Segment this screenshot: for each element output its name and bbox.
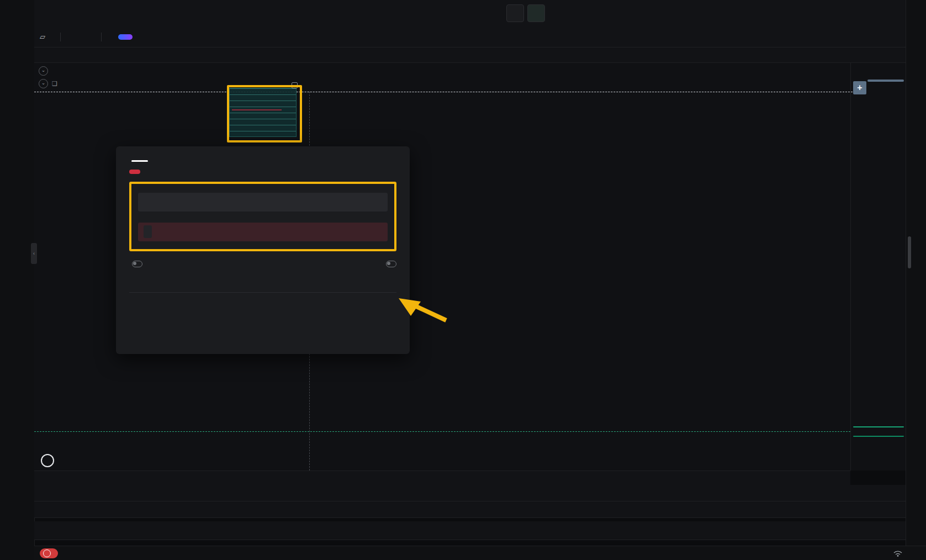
ohlc-info-line: ⌄: [39, 66, 107, 76]
countdown-badge: [853, 436, 904, 437]
ai-interpret-button[interactable]: [118, 34, 133, 40]
target-price-line: [34, 92, 853, 92]
wifi-icon: [893, 550, 902, 557]
alert-icon: [43, 550, 51, 557]
target-price-badge: [867, 80, 904, 82]
collapse-circle-icon[interactable]: ⌄: [39, 79, 48, 88]
overlay-info-line: ⌄ ❑: [39, 79, 60, 88]
toggle-switch[interactable]: [386, 261, 396, 267]
aicoin-watermark: [41, 454, 57, 467]
last-price-line: [34, 431, 850, 432]
rail-drag-handle[interactable]: [908, 236, 911, 268]
symbol-tab-bar: [34, 0, 926, 27]
pending-orders-row: [138, 193, 388, 212]
chart-toolbar: ▱: [34, 27, 906, 47]
timeframe-bar: [34, 501, 906, 518]
annotation-arrow: [387, 292, 458, 330]
indicator-bar: [34, 485, 906, 501]
time-axis[interactable]: [34, 471, 850, 485]
add-alert-button[interactable]: +: [853, 81, 866, 94]
stats-row: [129, 260, 396, 268]
panel-collapse-handle[interactable]: ‹: [31, 243, 37, 264]
highlighted-tables: [129, 182, 396, 251]
annotation-rectangle: [227, 85, 302, 142]
price-axis[interactable]: +: [850, 63, 906, 471]
indicator-icon: ▱: [40, 33, 45, 40]
right-tool-rail: [906, 0, 926, 546]
last-price-badge: [853, 426, 904, 427]
bearish-badge: [129, 170, 140, 174]
aicoin-logo-icon: [41, 454, 54, 467]
chat-bubble-icon: ❑: [52, 81, 57, 87]
status-bar: [34, 546, 926, 560]
toggle-switch[interactable]: [132, 261, 142, 267]
filled-orders-row: [138, 223, 388, 241]
drawing-toolbar: [34, 47, 906, 63]
layout-split-button[interactable]: [527, 4, 545, 22]
collapse-circle-icon[interactable]: ⌄: [39, 66, 48, 76]
popup-footer: [129, 292, 396, 298]
main-force-orders-dialog: [116, 146, 410, 354]
layout-chart-button[interactable]: [506, 4, 524, 22]
avg-buy-value: [129, 274, 133, 283]
alert-pill[interactable]: [40, 548, 58, 558]
left-sidebar: [0, 0, 35, 560]
bottom-tab-bar: [34, 521, 906, 540]
